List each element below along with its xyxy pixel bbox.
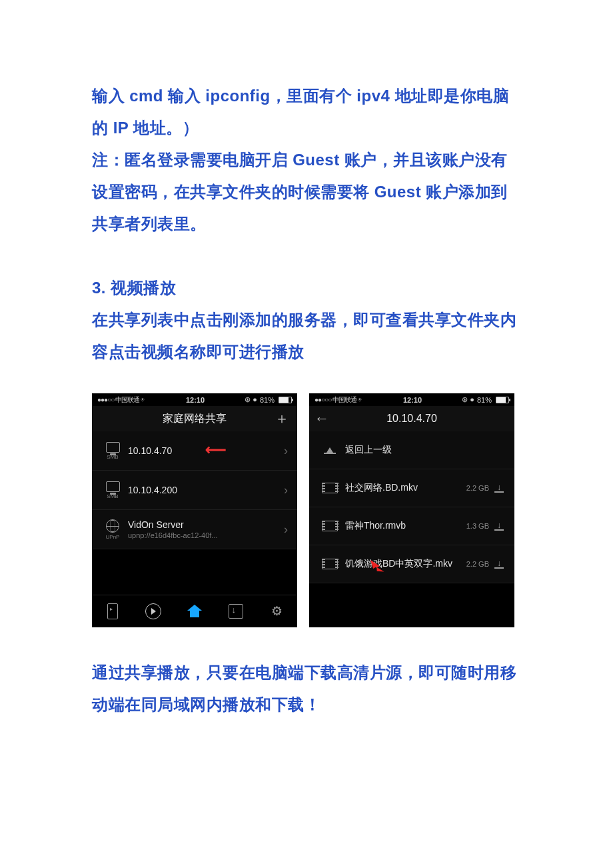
battery-icon <box>496 397 509 403</box>
film-icon <box>318 559 341 569</box>
nav-title: 10.10.4.70 <box>386 413 437 425</box>
status-indicator-icon: ⊛ ● <box>245 395 257 404</box>
tab-bar: ⚙ <box>92 595 297 627</box>
file-row[interactable]: 社交网络.BD.mkv 2.2 GB ↓ <box>309 469 514 507</box>
nav-bar: 家庭网络共享 ＋ <box>92 406 297 431</box>
server-name: VidOn Server <box>128 519 284 530</box>
download-button[interactable]: ↓ <box>493 559 505 569</box>
row-label: 返回上一级 <box>345 444 505 456</box>
document-page: 输入 cmd 输入 ipconfig，里面有个 ipv4 地址即是你电脑的 IP… <box>0 0 613 868</box>
smb-icon: SMB <box>101 442 124 460</box>
file-row[interactable]: 雷神Thor.rmvb 1.3 GB ↓ <box>309 507 514 545</box>
file-size: 1.3 GB <box>466 522 489 530</box>
carrier-label: ●●○○○ 中国联通 ᯤ <box>314 395 363 405</box>
carrier-label: ●●●○○ 中国联通 ᯤ <box>97 395 146 405</box>
status-bar: ●●●○○ 中国联通 ᯤ 12:10 ⊛ ● 81% <box>92 393 297 406</box>
file-name: 社交网络.BD.mkv <box>345 482 466 494</box>
paragraph-ip: 输入 cmd 输入 ipconfig，里面有个 ipv4 地址即是你电脑的 IP… <box>92 80 521 144</box>
upnp-icon: UPnP <box>101 519 124 540</box>
status-time: 12:10 <box>363 396 462 404</box>
file-name: 饥饿游戏BD中英双字.mkv <box>345 558 466 570</box>
status-right: ⊛ ● 81% <box>462 395 509 404</box>
server-row[interactable]: SMB 10.10.4.70 ⟵ › <box>92 431 297 471</box>
file-row[interactable]: 饥饿游戏BD中英双字.mkv 2.2 GB ↓ <box>309 545 514 583</box>
battery-icon <box>279 397 292 403</box>
status-bar: ●●○○○ 中国联通 ᯤ 12:10 ⊛ ● 81% <box>309 393 514 406</box>
file-size: 2.2 GB <box>466 484 489 492</box>
download-button[interactable]: ↓ <box>493 521 505 531</box>
nav-bar: ← 10.10.4.70 <box>309 406 514 431</box>
gear-icon: ⚙ <box>270 605 283 618</box>
phone-icon <box>107 603 118 619</box>
section-3-body: 在共享列表中点击刚添加的服务器，即可查看共享文件夹内容点击视频名称即可进行播放 <box>92 304 521 368</box>
file-list: 返回上一级 社交网络.BD.mkv 2.2 GB ↓ 雷神Thor.rmvb 1… <box>309 431 514 627</box>
up-icon <box>318 447 341 453</box>
home-icon <box>187 605 202 618</box>
server-address: 10.10.4.70 <box>128 445 284 456</box>
download-button[interactable]: ↓ <box>493 483 505 493</box>
tab-settings[interactable]: ⚙ <box>267 602 286 621</box>
chevron-right-icon: › <box>284 483 288 497</box>
battery-percent: 81% <box>477 396 492 404</box>
screenshot-left: ●●●○○ 中国联通 ᯤ 12:10 ⊛ ● 81% 家庭网络共享 ＋ SMB … <box>92 393 297 627</box>
back-button[interactable]: ← <box>309 406 334 431</box>
file-name: 雷神Thor.rmvb <box>345 520 466 532</box>
play-icon <box>145 603 161 619</box>
nav-title: 家庭网络共享 <box>163 412 227 426</box>
tab-home[interactable] <box>185 602 204 621</box>
paragraph-summary: 通过共享播放，只要在电脑端下载高清片源，即可随时用移动端在同局域网内播放和下载！ <box>92 657 521 721</box>
up-one-level[interactable]: 返回上一级 <box>309 431 514 469</box>
film-icon <box>318 483 341 493</box>
spacer <box>92 240 521 272</box>
server-url: upnp://e16d4fbc-ac12-40f... <box>128 531 284 539</box>
tab-download[interactable] <box>227 602 245 621</box>
battery-percent: 81% <box>260 396 275 404</box>
status-right: ⊛ ● 81% <box>245 395 292 404</box>
server-address: 10.10.4.200 <box>128 485 284 495</box>
film-icon <box>318 521 341 531</box>
screenshots-row: ●●●○○ 中国联通 ᯤ 12:10 ⊛ ● 81% 家庭网络共享 ＋ SMB … <box>92 393 521 627</box>
status-indicator-icon: ⊛ ● <box>462 395 474 404</box>
screenshot-right: ●●○○○ 中国联通 ᯤ 12:10 ⊛ ● 81% ← 10.10.4.70 … <box>309 393 514 627</box>
add-button[interactable]: ＋ <box>269 406 295 431</box>
chevron-right-icon: › <box>284 523 288 537</box>
server-row[interactable]: SMB 10.10.4.200 › <box>92 471 297 510</box>
status-time: 12:10 <box>146 396 245 404</box>
tab-play[interactable] <box>144 602 163 621</box>
file-size: 2.2 GB <box>466 560 489 568</box>
section-3-title: 3. 视频播放 <box>92 272 521 304</box>
server-list: SMB 10.10.4.70 ⟵ › SMB 10.10.4.200 › UPn… <box>92 431 297 595</box>
chevron-right-icon: › <box>284 444 288 458</box>
download-icon <box>229 604 243 619</box>
paragraph-note: 注：匿名登录需要电脑开启 Guest 账户，并且该账户没有设置密码，在共享文件夹… <box>92 144 521 240</box>
tab-local[interactable] <box>103 602 122 621</box>
smb-icon: SMB <box>101 481 124 499</box>
server-row[interactable]: UPnP VidOn Server upnp://e16d4fbc-ac12-4… <box>92 510 297 549</box>
